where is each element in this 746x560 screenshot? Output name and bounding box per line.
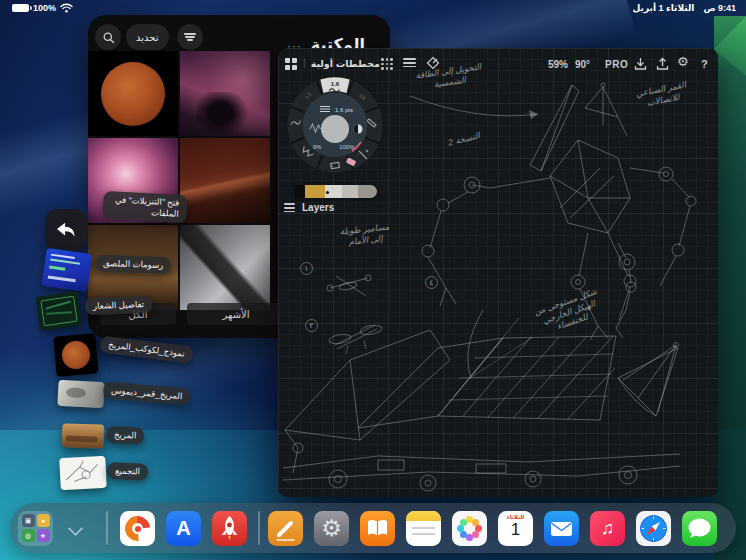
drag-thumb-mars[interactable] bbox=[62, 423, 105, 448]
status-date: الثلاثاء 1 أبريل bbox=[633, 3, 695, 13]
precision-grid-button[interactable] bbox=[381, 58, 393, 70]
dock-app-appstore[interactable]: A bbox=[166, 511, 201, 546]
document-title[interactable]: مخططات أولية للـ... bbox=[310, 58, 380, 69]
dock-divider bbox=[258, 511, 260, 545]
annotation-arrow bbox=[410, 96, 538, 116]
dock-app-messages[interactable] bbox=[682, 511, 717, 546]
photo-horsehead-nebula[interactable] bbox=[180, 51, 270, 136]
drag-thumb-mars-model[interactable] bbox=[53, 333, 98, 377]
zoom-level[interactable]: 59% bbox=[548, 59, 568, 70]
rotation-value[interactable]: 90° bbox=[575, 59, 590, 70]
color-puck[interactable] bbox=[321, 115, 349, 143]
safari-compass-icon bbox=[636, 511, 671, 546]
photo-satellite[interactable] bbox=[180, 225, 270, 310]
dock-app-rocket[interactable] bbox=[212, 511, 247, 546]
dock-app-concepts[interactable] bbox=[120, 511, 155, 546]
pen-icon bbox=[268, 511, 303, 546]
dock-app-mail[interactable] bbox=[544, 511, 579, 546]
toolbar-separator: | bbox=[303, 57, 306, 68]
dock-divider bbox=[106, 511, 108, 545]
selection-tool-button[interactable] bbox=[426, 56, 440, 70]
dock-app-books[interactable] bbox=[360, 511, 395, 546]
calendar-day: 1 bbox=[498, 520, 533, 540]
rocket-icon bbox=[212, 511, 247, 546]
drag-thumb-deimos[interactable] bbox=[57, 380, 104, 408]
color-strip[interactable] bbox=[295, 185, 377, 198]
wifi-icon bbox=[60, 3, 73, 13]
annotation-number-4: ٤ bbox=[425, 276, 438, 289]
drag-label-mars[interactable]: المريخ bbox=[106, 426, 145, 444]
dock-widget-folder[interactable]: ▣● ◍★ bbox=[18, 511, 53, 546]
layers-button[interactable]: Layers bbox=[284, 201, 334, 214]
annotation-number-2: ٢ bbox=[305, 319, 318, 332]
back-button[interactable] bbox=[45, 209, 87, 251]
dock-app-calendar[interactable]: الثلاثاء 1 bbox=[498, 511, 533, 546]
mail-icon bbox=[544, 511, 579, 546]
ipad-screen: 100% 9:41 ص الثلاثاء 1 أبريل تحديد bbox=[0, 0, 746, 560]
layers-icon bbox=[284, 201, 295, 214]
book-icon bbox=[360, 511, 395, 546]
dock-app-safari[interactable] bbox=[636, 511, 671, 546]
message-bubble-icon bbox=[682, 511, 717, 546]
select-button[interactable]: تحديد bbox=[126, 24, 169, 50]
drag-thumb-logo[interactable] bbox=[36, 291, 82, 331]
layers-label: Layers bbox=[302, 202, 334, 213]
dock-app-pen[interactable] bbox=[268, 511, 303, 546]
search-icon bbox=[102, 31, 115, 44]
help-button[interactable]: ? bbox=[701, 58, 708, 70]
mech-sketch-bottom bbox=[283, 310, 680, 491]
battery-icon bbox=[12, 4, 29, 13]
tab-months-label: الأشهر bbox=[223, 309, 250, 320]
filter-button[interactable] bbox=[177, 24, 203, 50]
drone-sketches bbox=[327, 275, 383, 354]
gear-icon: ⚙ bbox=[314, 511, 349, 546]
opacity-min-label: 0% bbox=[313, 144, 322, 150]
annotation-number-1: ١ bbox=[300, 262, 313, 275]
dock-app-settings[interactable]: ⚙ bbox=[314, 511, 349, 546]
color-strip-marker bbox=[326, 191, 329, 194]
import-button[interactable] bbox=[634, 57, 647, 71]
drag-label-logo[interactable]: تفاصيل الشعار bbox=[85, 296, 153, 315]
filter-icon bbox=[184, 31, 196, 43]
drag-label-downloads[interactable]: فتح "التنزيلات" في الملفات bbox=[102, 191, 187, 223]
status-time: 9:41 ص bbox=[703, 3, 736, 13]
photo-mars-planet[interactable] bbox=[88, 51, 178, 136]
pro-badge[interactable]: PRO bbox=[605, 59, 628, 70]
drag-thumb-poster[interactable] bbox=[42, 248, 93, 292]
drawing-canvas[interactable]: التحويل إلى الطاقة الشمسية القمر الصناعي… bbox=[278, 48, 718, 497]
dock-app-music[interactable]: ♫ bbox=[590, 511, 625, 546]
photo-mars-ridge[interactable] bbox=[180, 138, 270, 223]
tab-months[interactable]: الأشهر bbox=[187, 303, 285, 325]
menu-button[interactable] bbox=[403, 56, 416, 69]
export-button[interactable] bbox=[656, 57, 669, 71]
opacity-max-label: 100% bbox=[339, 144, 355, 150]
mars-planet-image bbox=[101, 62, 165, 126]
active-tool-size: 1.6 bbox=[331, 81, 340, 87]
concepts-window: التحويل إلى الطاقة الشمسية القمر الصناعي… bbox=[278, 48, 718, 497]
widget-mini-icons: ▣● ◍★ bbox=[18, 511, 53, 546]
tool-wheel[interactable]: 1.6 1.2 3.5 1.6 pt bbox=[283, 73, 387, 177]
appstore-icon: A bbox=[166, 511, 201, 546]
music-note-icon: ♫ bbox=[590, 511, 625, 546]
drag-label-assembly[interactable]: التجميع bbox=[107, 462, 149, 480]
drag-thumb-assembly[interactable] bbox=[59, 456, 107, 490]
status-bar: 100% 9:41 ص الثلاثاء 1 أبريل bbox=[0, 0, 746, 16]
search-button[interactable] bbox=[95, 24, 121, 50]
drag-label-poster[interactable]: رسومات الملصق bbox=[95, 255, 172, 275]
select-button-label: تحديد bbox=[136, 32, 159, 43]
gallery-button[interactable] bbox=[285, 58, 297, 70]
dock: ▣● ◍★ A bbox=[10, 503, 736, 553]
stroke-width-label: 1.6 pts bbox=[335, 107, 353, 113]
dock-chevron-down[interactable] bbox=[68, 521, 84, 537]
battery-percent: 100% bbox=[33, 3, 56, 13]
dock-app-notes[interactable] bbox=[406, 511, 441, 546]
settings-gear-button[interactable]: ⚙ bbox=[677, 54, 689, 69]
dock-app-photos[interactable] bbox=[452, 511, 487, 546]
back-arrow-icon bbox=[55, 221, 77, 239]
